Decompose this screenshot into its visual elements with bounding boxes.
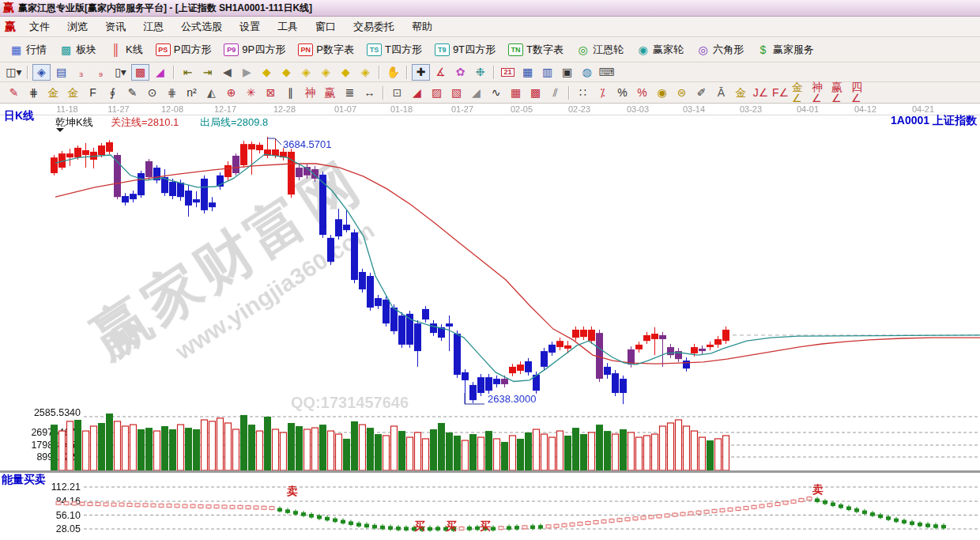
save-floppy-icon[interactable]: ▣ — [558, 64, 576, 81]
hand-tool-icon[interactable]: ✋ — [384, 64, 402, 81]
grid-lines-tool-icon[interactable]: ⋕ — [163, 85, 181, 101]
box-fan-tool-icon[interactable]: ▨ — [428, 85, 446, 101]
percent-tool-icon[interactable]: % — [613, 85, 631, 101]
coin-tool-2-icon[interactable]: ⊜ — [673, 85, 691, 101]
wave-tool-icon[interactable]: ∿ — [487, 85, 505, 101]
compress-h-icon[interactable]: ◈ — [317, 64, 335, 81]
gann-circle-tool-icon[interactable]: ⊕ — [222, 85, 240, 101]
bars-3-tool-icon[interactable]: ₃ — [72, 64, 90, 81]
square-web-tool-icon[interactable]: ⊠ — [262, 85, 280, 101]
magic-wand-icon[interactable]: ✿ — [451, 64, 469, 81]
percent-line-tool-icon[interactable]: % — [633, 85, 651, 101]
fan-gray-tool-icon[interactable]: ◢ — [467, 85, 485, 101]
winner-service-button[interactable]: $赢家服务 — [750, 40, 820, 60]
hatch-box-tool-icon[interactable]: ▧ — [447, 85, 466, 101]
chart-area[interactable]: 赢家财富网www.yingjia360.comQQ:173145764611-1… — [0, 104, 980, 540]
menu-file[interactable]: 文件 — [21, 17, 58, 36]
angle-si-tool-icon[interactable]: 四∠ — [850, 85, 869, 101]
notepad-icon[interactable]: ▥ — [538, 64, 556, 81]
kline-mode-dropdown[interactable]: 乾坤K线 — [55, 116, 93, 128]
grid-red-2-tool-icon[interactable]: ▩ — [526, 85, 545, 101]
hexagon-button[interactable]: ◎六角形 — [690, 40, 750, 60]
bars-9-tool-icon[interactable]: ₉ — [92, 64, 110, 81]
last-page-icon[interactable]: ⇥ — [198, 64, 217, 81]
p-number-button[interactable]: PNP数字表 — [292, 40, 360, 60]
angle-measure-icon[interactable]: ∡ — [432, 64, 450, 81]
menu-help[interactable]: 帮助 — [403, 17, 441, 36]
stat-columns-tool-icon[interactable]: ∷ — [574, 85, 592, 101]
spiral-tool-icon[interactable]: ∮ — [104, 85, 122, 101]
menu-gann[interactable]: 江恩 — [134, 17, 172, 36]
kline-button[interactable]: ║K线 — [103, 40, 149, 60]
first-page-icon[interactable]: ⇤ — [179, 64, 197, 81]
grid-red-1-tool-icon[interactable]: ▦ — [507, 85, 525, 101]
menu-window[interactable]: 窗口 — [307, 17, 345, 36]
web-export-icon[interactable]: ◍ — [578, 64, 596, 81]
gann-net-tool-icon[interactable]: ◈ — [32, 64, 51, 81]
winner-wheel-button[interactable]: ◉赢家轮 — [630, 40, 690, 60]
ying-tool-icon[interactable]: 赢 — [321, 85, 339, 101]
gold-line-tool-icon[interactable]: 金 — [732, 85, 750, 101]
n-square-tool-icon[interactable]: n² — [183, 85, 201, 101]
gold-tool-1-icon[interactable]: 金 — [44, 85, 62, 101]
menu-settings[interactable]: 设置 — [231, 17, 269, 36]
kline-mode-caret-icon[interactable] — [56, 128, 64, 132]
t-number-button[interactable]: TNT数字表 — [502, 40, 570, 60]
angle-f-tool-icon[interactable]: F∠ — [771, 85, 790, 101]
kline-type-dropdown-icon[interactable]: ◫▾ — [5, 64, 23, 81]
color-flag-tool-icon[interactable]: ◢ — [151, 64, 169, 81]
percent-strike-tool-icon[interactable]: ⁒ — [594, 85, 612, 101]
pc-export-icon[interactable]: ⌨ — [597, 64, 616, 81]
next-page-icon[interactable]: ▶ — [238, 64, 256, 81]
gann-clock-tool-icon[interactable]: ⊙ — [143, 85, 161, 101]
expand-all-icon[interactable]: ◆ — [337, 64, 355, 81]
vertical-ticks-tool-icon[interactable]: ∥ — [281, 85, 300, 101]
9t-square-button[interactable]: T99T四方形 — [428, 40, 502, 60]
kline-chart-svg[interactable]: 赢家财富网www.yingjia360.comQQ:173145764611-1… — [0, 104, 980, 540]
angle-j-tool-icon[interactable]: J∠ — [752, 85, 770, 101]
angle-a-tool-icon[interactable]: ◭ — [202, 85, 220, 101]
menu-trade-order[interactable]: 交易委托 — [345, 17, 403, 36]
red-net-tool-icon[interactable]: ▩ — [131, 64, 149, 81]
menu-browse[interactable]: 浏览 — [58, 17, 96, 36]
p-square-button[interactable]: PSP四方形 — [149, 40, 218, 60]
brush-tool-icon[interactable]: ✐ — [692, 85, 710, 101]
menu-formula-stockpick[interactable]: 公式选股 — [172, 17, 231, 36]
box-corner-tool-icon[interactable]: ⊡ — [388, 85, 406, 101]
sectors-button[interactable]: ▩板块 — [53, 40, 103, 60]
coin-tool-1-icon[interactable]: ◉ — [653, 85, 671, 101]
pattern-brain-icon[interactable]: ❉ — [471, 64, 489, 81]
crosshair-tool-icon[interactable]: ✚ — [412, 64, 430, 81]
angle-gold-tool-icon[interactable]: 金∠ — [791, 85, 809, 101]
candle-style-dropdown-icon[interactable]: ▯▾ — [111, 64, 130, 81]
t-square-button[interactable]: TST四方形 — [360, 40, 428, 60]
parallel-lines-tool-icon[interactable]: ⫽ — [546, 85, 564, 101]
calendar-21-icon[interactable]: 21 — [499, 64, 517, 81]
menu-news[interactable]: 资讯 — [96, 17, 134, 36]
avg-tool-icon[interactable]: Ā — [712, 85, 730, 101]
menu-tools[interactable]: 工具 — [269, 17, 307, 36]
angle-ying-tool-icon[interactable]: 赢∠ — [831, 85, 849, 101]
hatch-tool-icon[interactable]: ⋕ — [24, 85, 43, 101]
compress-all-icon[interactable]: ◈ — [356, 64, 375, 81]
pencil-tool-icon[interactable]: ✎ — [5, 85, 23, 101]
quotes-button[interactable]: ▦行情 — [3, 40, 53, 60]
angle-shen-tool-icon[interactable]: 神∠ — [811, 85, 829, 101]
ray-fan-tool-icon[interactable]: ◢ — [408, 85, 426, 101]
candle — [714, 339, 722, 345]
fib-f-tool-icon[interactable]: F — [84, 85, 102, 101]
prev-page-icon[interactable]: ◀ — [218, 64, 236, 81]
ruler-123-tool-icon[interactable]: ≣ — [341, 85, 359, 101]
9p-square-button[interactable]: P99P四方形 — [217, 40, 292, 60]
info-panel-icon[interactable]: ▤ — [52, 64, 70, 81]
shen-tool-icon[interactable]: 神 — [301, 85, 319, 101]
gold-tool-2-icon[interactable]: 金 — [64, 85, 82, 101]
width-measure-tool-icon[interactable]: ↔ — [360, 85, 379, 101]
zoom-in-x-icon[interactable]: ◆ — [277, 64, 296, 81]
calculator-icon[interactable]: ▦ — [518, 64, 537, 81]
zoom-out-x-icon[interactable]: ◆ — [258, 64, 276, 81]
gann-wheel-button[interactable]: ◎江恩轮 — [570, 40, 630, 60]
expand-h-icon[interactable]: ◈ — [297, 64, 315, 81]
spider-web-tool-icon[interactable]: ✳ — [242, 85, 260, 101]
pencil-red-tool-icon[interactable]: ✎ — [123, 85, 141, 101]
